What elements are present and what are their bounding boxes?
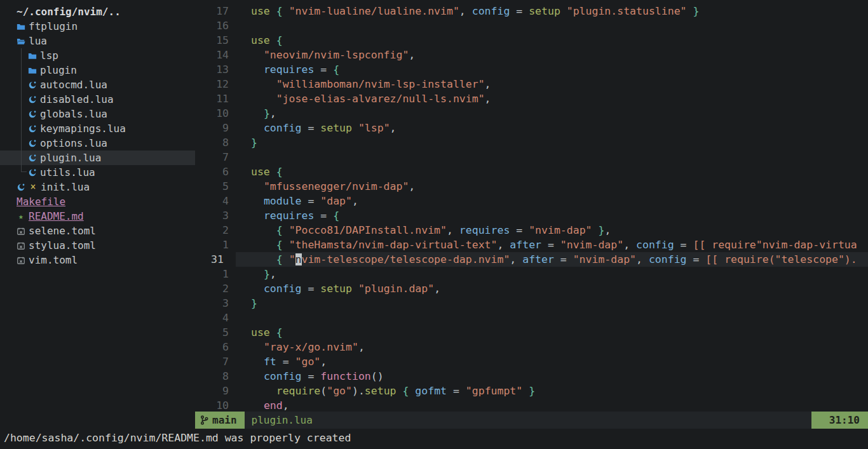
toml-file-icon (17, 241, 25, 250)
code-line[interactable]: 14 "neovim/nvim-lspconfig", (195, 48, 868, 62)
line-number: 10 (195, 398, 236, 412)
code-line-current[interactable]: 31 { "nvim-telescope/telescope-dap.nvim"… (195, 252, 868, 267)
tree-item-label: disabled.lua (40, 92, 114, 107)
tree-item-makefile[interactable]: Makefile (0, 194, 195, 209)
toml-file-icon (17, 227, 25, 236)
code-line[interactable]: 3 requires = { (195, 208, 868, 223)
tree-item-label: keymapings.lua (40, 121, 126, 136)
code-line[interactable]: 9 require("go").setup { gofmt = "gpfumpt… (195, 384, 868, 398)
statusline-filename: plugin.lua (252, 414, 313, 426)
code-line-content: requires = { (236, 62, 868, 77)
code-line-content: }, (236, 106, 868, 121)
folder-icon (17, 22, 25, 31)
code-line-content: require("go").setup { gofmt = "gpfumpt" … (236, 384, 868, 398)
tree-item-plugin-lua[interactable]: plugin.lua (0, 151, 195, 165)
tree-item-label: stylua.toml (29, 238, 96, 253)
tree-item-globals-lua[interactable]: globals.lua (0, 107, 195, 121)
tree-item-options-lua[interactable]: options.lua (0, 136, 195, 151)
x-mark-icon: × (29, 180, 37, 194)
tree-item-ftplugin[interactable]: ftplugin (0, 19, 195, 34)
tree-item-keymapings-lua[interactable]: keymapings.lua (0, 121, 195, 136)
cursor-position-label: 31:10 (829, 414, 860, 426)
code-line-content: module = "dap", (236, 194, 868, 208)
code-line[interactable]: 13 requires = { (195, 62, 868, 77)
code-line[interactable]: 1 }, (195, 267, 868, 281)
file-tree: ftpluginlualsppluginautocmd.luadisabled.… (0, 19, 195, 267)
code-line-content: config = setup "plugin.dap", (236, 281, 868, 296)
code-line[interactable]: 6 "ray-x/go.nvim", (195, 340, 868, 354)
cursor: n (295, 253, 302, 265)
code-line[interactable]: 5use { (195, 325, 868, 340)
code-line[interactable]: 2 config = setup "plugin.dap", (195, 281, 868, 296)
lua-file-icon (28, 110, 37, 119)
line-number: 6 (195, 164, 236, 179)
code-line-content: end, (236, 398, 868, 412)
code-line[interactable]: 6use { (195, 164, 868, 179)
tree-item-vim-toml[interactable]: vim.toml (0, 253, 195, 267)
line-number: 8 (195, 369, 236, 384)
lua-file-icon (28, 95, 37, 104)
code-line[interactable]: 10 end, (195, 398, 868, 412)
code-line[interactable]: 10 }, (195, 106, 868, 121)
statusline: main plugin.lua 31:10 (195, 412, 868, 429)
code-line[interactable]: 4 (195, 311, 868, 325)
folder-icon (17, 22, 25, 31)
code-line[interactable]: 12 "williamboman/nvim-lsp-installer", (195, 77, 868, 91)
lua-file-icon (28, 168, 37, 177)
lua-file-icon (17, 183, 25, 192)
line-number: 13 (195, 62, 236, 77)
neovim-window: ~/.config/nvim/.. ftpluginlualsppluginau… (0, 0, 868, 449)
code-line-content: use { "nvim-lualine/lualine.nvim", confi… (236, 4, 868, 18)
tree-item-lsp[interactable]: lsp (0, 48, 195, 63)
code-line[interactable]: 9 config = setup "lsp", (195, 121, 868, 135)
code-line[interactable]: 3} (195, 296, 868, 311)
line-number: 3 (195, 296, 236, 311)
tree-item-plugin[interactable]: plugin (0, 63, 195, 77)
line-number: 1 (195, 238, 236, 252)
lua-file-icon (28, 139, 37, 148)
tree-root-path[interactable]: ~/.config/nvim/.. (0, 4, 195, 19)
tree-item-label: README.md (29, 209, 84, 224)
code-line[interactable]: 2 { "Pocco81/DAPInstall.nvim", requires … (195, 223, 868, 238)
code-line-content: } (236, 296, 868, 311)
code-line[interactable]: 8} (195, 135, 868, 150)
line-number: 2 (195, 281, 236, 296)
line-number: 15 (195, 33, 236, 48)
code-line[interactable]: 15use { (195, 33, 868, 48)
code-line[interactable]: 7 (195, 150, 868, 164)
code-line[interactable]: 4 module = "dap", (195, 194, 868, 208)
code-line[interactable]: 7 ft = "go", (195, 354, 868, 369)
line-number: 10 (195, 106, 236, 121)
line-number: 4 (195, 311, 236, 325)
editor-buffer[interactable]: 17use { "nvim-lualine/lualine.nvim", con… (195, 0, 868, 412)
git-branch-icon (200, 415, 208, 425)
tree-item-disabled-lua[interactable]: disabled.lua (0, 92, 195, 107)
tree-item-init-lua[interactable]: ×init.lua (0, 180, 195, 194)
tree-item-utils-lua[interactable]: utils.lua (0, 165, 195, 180)
code-line[interactable]: 11 "jose-elias-alvarez/null-ls.nvim", (195, 91, 868, 106)
tree-item-readme-md[interactable]: ★README.md (0, 209, 195, 224)
folder-icon (28, 66, 37, 75)
code-line-content: }, (236, 267, 868, 281)
tree-item-label: ftplugin (29, 19, 78, 34)
lua-file-icon (28, 110, 37, 119)
toml-file-icon (17, 256, 25, 265)
line-number: 5 (195, 179, 236, 194)
code-line[interactable]: 1 { "theHamsta/nvim-dap-virtual-text", a… (195, 238, 868, 252)
tree-item-lua[interactable]: lua (0, 34, 195, 48)
code-line[interactable]: 16 (195, 18, 868, 33)
tree-item-stylua-toml[interactable]: stylua.toml (0, 238, 195, 253)
tree-item-label: selene.toml (29, 224, 96, 238)
toml-file-icon (17, 227, 25, 236)
tree-item-autocmd-lua[interactable]: autocmd.lua (0, 77, 195, 92)
code-line-content: ft = "go", (236, 354, 868, 369)
tree-item-selene-toml[interactable]: selene.toml (0, 224, 195, 238)
lua-file-icon (28, 154, 37, 163)
code-line-content (236, 150, 868, 164)
code-line[interactable]: 8 config = function() (195, 369, 868, 384)
code-line[interactable]: 17use { "nvim-lualine/lualine.nvim", con… (195, 4, 868, 18)
code-line[interactable]: 5 "mfussenegger/nvim-dap", (195, 179, 868, 194)
line-number: 1 (195, 267, 236, 281)
lua-file-icon (17, 183, 25, 192)
lua-file-icon (28, 81, 37, 90)
